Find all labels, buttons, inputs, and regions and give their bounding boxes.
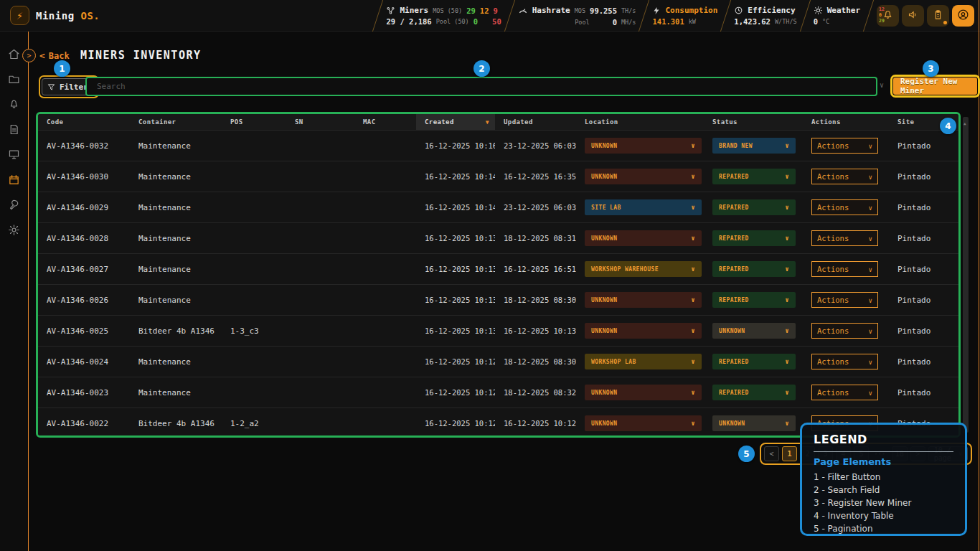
actions-dropdown[interactable]: Actions — [811, 323, 878, 339]
cell-container: Maintenance — [130, 141, 222, 151]
hashrate-icon — [518, 6, 528, 16]
prev-page-button[interactable]: < — [764, 446, 779, 461]
sidebar-expand-button[interactable]: > — [22, 49, 36, 62]
miners-mos-green: 29 — [466, 6, 476, 15]
column-header[interactable]: Code — [38, 118, 130, 126]
chevron-down-icon — [869, 141, 872, 150]
column-header[interactable]: Updated — [495, 118, 576, 126]
cell-site: Pintado — [889, 326, 958, 336]
cell-status: REPAIRED — [704, 261, 803, 277]
location-select[interactable]: UNKNOWN — [585, 292, 702, 308]
status-select[interactable]: REPAIRED — [712, 230, 796, 246]
bell-icon[interactable] — [5, 95, 24, 113]
status-select[interactable]: UNKNOWN — [712, 323, 796, 339]
calendar-icon[interactable] — [5, 170, 24, 189]
column-header[interactable]: Actions — [803, 118, 889, 126]
status-select[interactable]: REPAIRED — [712, 169, 796, 184]
actions-dropdown[interactable]: Actions — [811, 292, 878, 308]
topbar-stats: Miners MOS (50) 29 12 9 29 / 2,186 Pool … — [371, 0, 980, 32]
cell-status: UNKNOWN — [704, 323, 803, 339]
location-select[interactable]: SITE LAB — [585, 199, 702, 215]
cell-location: UNKNOWN — [576, 415, 704, 431]
status-select[interactable]: REPAIRED — [712, 354, 796, 369]
chevron-down-icon — [785, 265, 789, 273]
cell-actions: Actions — [803, 169, 889, 184]
location-select[interactable]: UNKNOWN — [585, 230, 702, 246]
legend-item: 4 - Inventory Table — [814, 509, 953, 522]
topbar-icon-buttons: 12 0 29 — [875, 0, 980, 32]
column-header[interactable]: MAC — [354, 118, 416, 126]
stat-miners: Miners MOS (50) 29 12 9 29 / 2,186 Pool … — [385, 0, 502, 32]
actions-dropdown[interactable]: Actions — [811, 354, 878, 369]
status-select[interactable]: UNKNOWN — [712, 415, 796, 431]
file-icon[interactable] — [5, 120, 24, 138]
efficiency-label: Efficiency — [748, 6, 795, 15]
register-new-miner-button[interactable]: Register New Miner — [893, 77, 977, 95]
tasks-button[interactable] — [927, 5, 949, 27]
actions-dropdown[interactable]: Actions — [811, 138, 878, 154]
profile-button[interactable] — [952, 5, 974, 27]
location-select[interactable]: UNKNOWN — [585, 385, 702, 400]
column-header[interactable]: Status — [704, 118, 803, 126]
topbar: ⚡ Mining OS. Miners MOS (50) 29 12 9 29 … — [0, 0, 980, 32]
folder-icon[interactable] — [5, 70, 24, 88]
actions-dropdown[interactable]: Actions — [811, 385, 878, 400]
search-input[interactable] — [87, 78, 876, 95]
cell-actions: Actions — [803, 199, 889, 215]
page-button[interactable]: 1 — [782, 446, 797, 461]
cell-status: REPAIRED — [704, 199, 803, 215]
column-header[interactable]: POS — [222, 118, 286, 126]
cell-container: Maintenance — [130, 296, 222, 305]
cell-created: 16-12-2025 10:12 — [416, 357, 495, 366]
tools-icon[interactable] — [5, 195, 24, 214]
announcements-button[interactable] — [902, 5, 924, 27]
back-button[interactable]: Back — [39, 50, 70, 61]
weather-icon — [814, 6, 823, 15]
hashrate-label: Hashrate — [532, 6, 570, 15]
location-select[interactable]: WORKSHOP WAREHOUSE — [585, 261, 702, 277]
status-select[interactable]: REPAIRED — [712, 261, 796, 277]
consumption-label: Consumption — [665, 6, 717, 15]
avatar-icon — [957, 9, 969, 24]
location-select[interactable]: UNKNOWN — [585, 415, 702, 431]
status-select[interactable]: REPAIRED — [712, 385, 796, 400]
column-header-sorted[interactable]: Created▼ — [416, 114, 495, 130]
actions-dropdown[interactable]: Actions — [811, 199, 878, 215]
scroll-up-icon[interactable]: ▲ — [963, 121, 966, 126]
cell-status: REPAIRED — [704, 354, 803, 369]
cell-location: UNKNOWN — [576, 138, 704, 154]
cell-location: UNKNOWN — [576, 230, 704, 246]
status-select[interactable]: BRAND NEW — [712, 138, 796, 154]
actions-dropdown[interactable]: Actions — [811, 169, 878, 184]
notifications-button[interactable]: 12 0 29 — [877, 5, 899, 27]
display-icon[interactable] — [5, 145, 24, 164]
hashrate-pool-unit: MH/s — [621, 19, 636, 26]
actions-dropdown[interactable]: Actions — [811, 230, 878, 246]
gear-icon[interactable] — [5, 220, 24, 239]
column-header[interactable]: SN — [286, 118, 354, 126]
column-header[interactable]: Container — [130, 118, 222, 126]
actions-dropdown[interactable]: Actions — [811, 261, 878, 277]
cell-container: Maintenance — [130, 234, 222, 243]
hashrate-mos-unit: TH/s — [621, 7, 636, 14]
cell-updated: 18-12-2025 08:30 — [495, 357, 576, 366]
cell-status: BRAND NEW — [704, 138, 803, 154]
table-scrollbar[interactable] — [963, 117, 969, 433]
cell-updated: 16-12-2025 10:13 — [495, 326, 576, 335]
status-select[interactable]: REPAIRED — [712, 199, 796, 215]
brand-logo[interactable]: ⚡ Mining OS. — [10, 6, 100, 25]
location-select[interactable]: UNKNOWN — [585, 169, 702, 184]
table-row: AV-A1346-0028 Maintenance 16-12-2025 10:… — [38, 222, 958, 253]
location-select[interactable]: UNKNOWN — [585, 138, 702, 154]
location-select[interactable]: WORKSHOP LAB — [585, 354, 702, 369]
cell-location: UNKNOWN — [576, 385, 704, 400]
cell-site: Pintado — [889, 141, 958, 151]
annotation-marker-1: 1 — [54, 60, 70, 77]
search-expand-icon[interactable]: ∨ — [880, 81, 884, 89]
status-select[interactable]: REPAIRED — [712, 292, 796, 308]
location-select[interactable]: UNKNOWN — [585, 323, 702, 339]
cell-created: 16-12-2025 10:14 — [416, 203, 495, 212]
table-row: AV-A1346-0023 Maintenance 16-12-2025 10:… — [38, 377, 958, 408]
home-icon[interactable] — [5, 44, 24, 63]
column-header[interactable]: Location — [576, 118, 704, 126]
